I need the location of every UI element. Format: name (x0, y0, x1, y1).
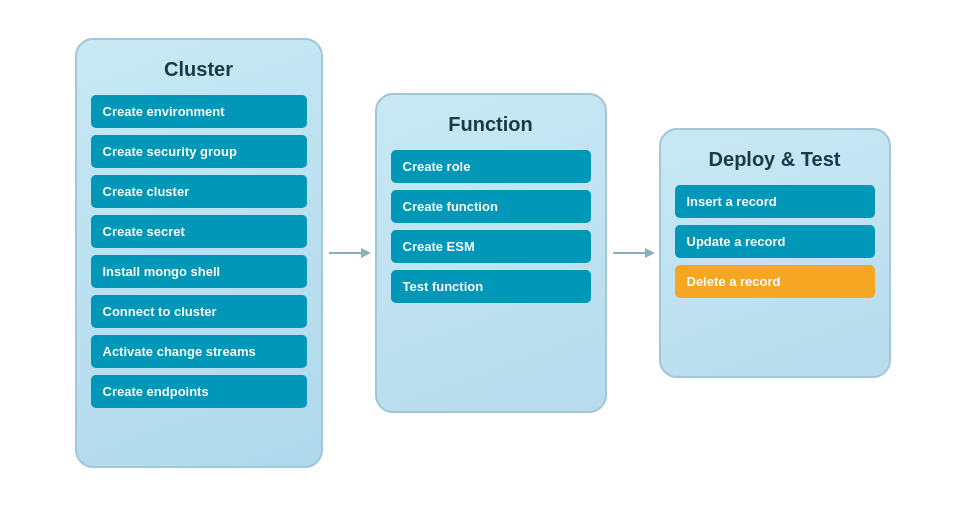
panel-function: Function Create role Create function Cre… (375, 93, 607, 413)
arrow-2-icon (611, 243, 655, 263)
panel-deploy: Deploy & Test Insert a record Update a r… (659, 128, 891, 378)
btn-create-cluster[interactable]: Create cluster (91, 175, 307, 208)
cluster-items-list: Create environment Create security group… (91, 95, 307, 408)
btn-create-function[interactable]: Create function (391, 190, 591, 223)
btn-delete-a-record[interactable]: Delete a record (675, 265, 875, 298)
btn-create-esm[interactable]: Create ESM (391, 230, 591, 263)
function-title: Function (391, 113, 591, 136)
btn-create-endpoints[interactable]: Create endpoints (91, 375, 307, 408)
btn-create-environment[interactable]: Create environment (91, 95, 307, 128)
panel-cluster: Cluster Create environment Create securi… (75, 38, 323, 468)
deploy-items-list: Insert a record Update a record Delete a… (675, 185, 875, 298)
btn-create-security-group[interactable]: Create security group (91, 135, 307, 168)
arrow-1 (323, 243, 375, 263)
btn-update-a-record[interactable]: Update a record (675, 225, 875, 258)
btn-create-secret[interactable]: Create secret (91, 215, 307, 248)
svg-marker-3 (645, 248, 655, 258)
btn-test-function[interactable]: Test function (391, 270, 591, 303)
arrow-2 (607, 243, 659, 263)
function-items-list: Create role Create function Create ESM T… (391, 150, 591, 303)
svg-marker-1 (361, 248, 371, 258)
btn-connect-to-cluster[interactable]: Connect to cluster (91, 295, 307, 328)
diagram-container: Cluster Create environment Create securi… (0, 0, 965, 505)
btn-install-mongo-shell[interactable]: Install mongo shell (91, 255, 307, 288)
cluster-title: Cluster (91, 58, 307, 81)
arrow-1-icon (327, 243, 371, 263)
btn-create-role[interactable]: Create role (391, 150, 591, 183)
deploy-title: Deploy & Test (675, 148, 875, 171)
btn-insert-a-record[interactable]: Insert a record (675, 185, 875, 218)
btn-activate-change-streams[interactable]: Activate change streams (91, 335, 307, 368)
